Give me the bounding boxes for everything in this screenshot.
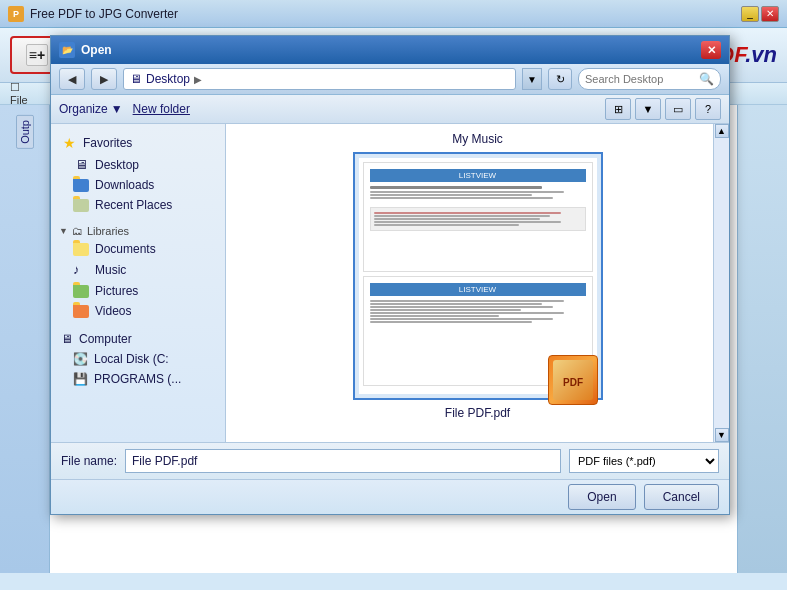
- libraries-header: ▼ 🗂 Libraries: [51, 223, 225, 239]
- minimize-button[interactable]: _: [741, 6, 759, 22]
- pdf-line: [370, 321, 532, 323]
- sidebar-item-computer[interactable]: 🖥 Computer: [51, 329, 225, 349]
- view-options: ⊞ ▼ ▭ ?: [605, 98, 721, 120]
- back-button[interactable]: ◀: [59, 68, 85, 90]
- dialog-file-area: My Music LISTVIEW: [226, 124, 729, 442]
- videos-icon: [73, 305, 89, 318]
- local-disk-icon: 💽: [73, 352, 88, 366]
- pdf-line: [370, 318, 554, 320]
- current-folder-label: My Music: [452, 132, 503, 146]
- pdf-line: [370, 312, 564, 314]
- pdf-page-2-header: LISTVIEW: [370, 283, 586, 296]
- forward-button[interactable]: ▶: [91, 68, 117, 90]
- sidebar-item-videos[interactable]: Videos: [51, 301, 225, 321]
- collapse-icon: ▼: [59, 226, 68, 236]
- libraries-icon: 🗂: [72, 225, 83, 237]
- add-files-icon: ≡+: [26, 44, 48, 66]
- organize-chevron-icon: ▼: [111, 102, 123, 116]
- refresh-button[interactable]: ↻: [548, 68, 572, 90]
- dialog-icon: 📂: [59, 42, 75, 58]
- search-input[interactable]: [585, 73, 695, 85]
- app-icon: P: [8, 6, 24, 22]
- address-bar: 🖥 Desktop ▶: [123, 68, 516, 90]
- sidebar-item-documents[interactable]: Documents: [51, 239, 225, 259]
- dialog-sidebar: ★ Favorites 🖥 Desktop Downloads Recent P…: [51, 124, 226, 442]
- sidebar-item-desktop[interactable]: 🖥 Desktop: [51, 154, 225, 175]
- sidebar-item-programs[interactable]: 💾 PROGRAMS (...: [51, 369, 225, 389]
- pdf-line: [370, 306, 554, 308]
- scroll-down-button[interactable]: ▼: [715, 428, 729, 442]
- title-bar: P Free PDF to JPG Converter _ ✕: [0, 0, 787, 28]
- filename-label: File name:: [61, 454, 117, 468]
- header-checkbox-col: ☐ File: [10, 81, 40, 106]
- address-text: Desktop: [146, 72, 190, 86]
- dialog-bottom: File name: PDF files (*.pdf): [51, 442, 729, 479]
- cancel-button[interactable]: Cancel: [644, 484, 719, 510]
- right-panel: [737, 105, 787, 573]
- sidebar-item-music[interactable]: ♪ Music: [51, 259, 225, 281]
- pdf-line: [370, 186, 543, 189]
- view-dropdown-button[interactable]: ▼: [635, 98, 661, 120]
- organize-button[interactable]: Organize ▼: [59, 102, 123, 116]
- sidebar-item-favorites[interactable]: ★ Favorites: [51, 132, 225, 154]
- sidebar-item-downloads[interactable]: Downloads: [51, 175, 225, 195]
- pdf-line: [370, 300, 564, 302]
- music-icon: ♪: [73, 262, 89, 278]
- pictures-label: Pictures: [95, 284, 138, 298]
- videos-label: Videos: [95, 304, 131, 318]
- address-dropdown[interactable]: ▼: [522, 68, 542, 90]
- programs-icon: 💾: [73, 372, 88, 386]
- dialog-close-button[interactable]: ✕: [701, 41, 721, 59]
- search-box[interactable]: 🔍: [578, 68, 721, 90]
- open-button[interactable]: Open: [568, 484, 635, 510]
- computer-icon: 🖥: [61, 332, 73, 346]
- computer-label: Computer: [79, 332, 132, 346]
- svg-text:PDF: PDF: [563, 377, 583, 388]
- new-folder-label: New folder: [133, 102, 190, 116]
- recent-places-label: Recent Places: [95, 198, 172, 212]
- favorites-section: ★ Favorites 🖥 Desktop Downloads Recent P…: [51, 132, 225, 215]
- pdf-file-icon: PDF: [548, 355, 598, 405]
- left-sidebar: Outp: [0, 105, 50, 573]
- scrollbar-v[interactable]: ▲ ▼: [713, 124, 729, 442]
- sidebar-item-recent-places[interactable]: Recent Places: [51, 195, 225, 215]
- dialog-body: ★ Favorites 🖥 Desktop Downloads Recent P…: [51, 124, 729, 442]
- pdf-line: [370, 315, 500, 317]
- pdf-line: [370, 303, 543, 305]
- dialog-title: Open: [81, 43, 112, 57]
- file-thumbnail[interactable]: LISTVIEW: [353, 152, 603, 400]
- output-label: Outp: [16, 115, 34, 149]
- view-grid-button[interactable]: ⊞: [605, 98, 631, 120]
- sidebar-item-local-disk[interactable]: 💽 Local Disk (C:: [51, 349, 225, 369]
- main-area: Outp 📂 Open ✕ ◀ ▶ 🖥 Desktop ▶ ▼ ↻ 🔍: [0, 105, 787, 573]
- selected-file-label: File PDF.pdf: [445, 406, 510, 420]
- pdf-page-1: LISTVIEW: [363, 162, 593, 272]
- programs-label: PROGRAMS (...: [94, 372, 181, 386]
- documents-label: Documents: [95, 242, 156, 256]
- search-icon[interactable]: 🔍: [699, 72, 714, 86]
- open-dialog: 📂 Open ✕ ◀ ▶ 🖥 Desktop ▶ ▼ ↻ 🔍 Org: [50, 35, 730, 515]
- view-help-button[interactable]: ?: [695, 98, 721, 120]
- dialog-actions: Open Cancel: [51, 479, 729, 514]
- dialog-title-bar: 📂 Open ✕: [51, 36, 729, 64]
- dialog-toolbar: ◀ ▶ 🖥 Desktop ▶ ▼ ↻ 🔍: [51, 64, 729, 95]
- pictures-icon: [73, 285, 89, 298]
- filetype-select[interactable]: PDF files (*.pdf): [569, 449, 719, 473]
- libraries-label: Libraries: [87, 225, 129, 237]
- recent-places-icon: [73, 199, 89, 212]
- new-folder-button[interactable]: New folder: [133, 102, 190, 116]
- scroll-up-button[interactable]: ▲: [715, 124, 729, 138]
- local-disk-label: Local Disk (C:: [94, 352, 169, 366]
- filename-input[interactable]: [125, 449, 561, 473]
- view-pane-button[interactable]: ▭: [665, 98, 691, 120]
- pdf-line: [370, 191, 564, 193]
- pdf-page-1-header: LISTVIEW: [370, 169, 586, 182]
- pdf-line: [370, 197, 554, 199]
- dialog-nav-bar: Organize ▼ New folder ⊞ ▼ ▭ ?: [51, 95, 729, 124]
- close-button[interactable]: ✕: [761, 6, 779, 22]
- address-arrow: ▶: [194, 74, 202, 85]
- app-title: Free PDF to JPG Converter: [30, 7, 178, 21]
- sidebar-item-pictures[interactable]: Pictures: [51, 281, 225, 301]
- pdf-icon-overlay: PDF: [548, 355, 598, 405]
- address-folder-icon: 🖥: [130, 72, 142, 86]
